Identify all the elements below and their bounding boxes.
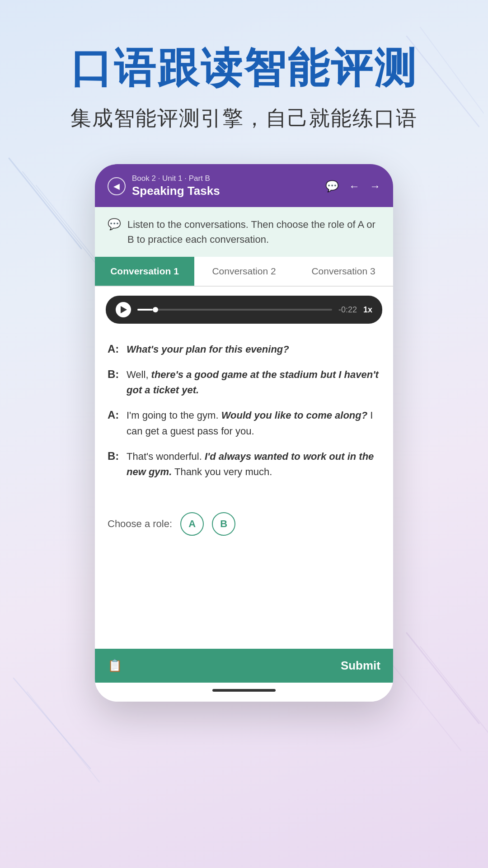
- tab-conversation-2[interactable]: Conversation 2: [194, 257, 294, 286]
- play-button[interactable]: [116, 302, 131, 317]
- speaker-a2: A:: [108, 409, 120, 421]
- dialogue-text-b2: That's wonderful. I'd always wanted to w…: [127, 449, 380, 480]
- role-selection: Choose a role: A B: [95, 503, 393, 549]
- header-right: 💬 ← →: [325, 180, 380, 193]
- role-button-b[interactable]: B: [212, 512, 235, 536]
- main-title: 口语跟读智能评测: [70, 45, 418, 91]
- time-display: -0:22: [338, 305, 357, 315]
- role-button-a[interactable]: A: [180, 512, 204, 536]
- app-header: ◀ Book 2 · Unit 1 · Part B Speaking Task…: [95, 164, 393, 207]
- dialogue-text-b1: Well, there's a good game at the stadium…: [127, 367, 380, 398]
- dialogue-line-a2: A: I'm going to the gym. Would you like …: [108, 408, 380, 439]
- tabs-container: Conversation 1 Conversation 2 Conversati…: [95, 257, 393, 287]
- dialogue-line-a1: A: What's your plan for this evening?: [108, 342, 380, 357]
- conversation-content: A: What's your plan for this evening? B:…: [95, 333, 393, 503]
- sub-title: 集成智能评测引擎，自己就能练口语: [70, 104, 418, 132]
- progress-filled: [137, 309, 153, 311]
- svg-line-9: [27, 692, 99, 782]
- speaker-a1: A:: [108, 343, 120, 355]
- phone-body-space: [95, 549, 393, 649]
- role-selection-label: Choose a role:: [108, 518, 172, 530]
- header-title: Speaking Tasks: [132, 184, 220, 198]
- progress-dot: [153, 307, 158, 312]
- back-button[interactable]: ◀: [108, 177, 126, 195]
- dialogue-line-b2: B: That's wonderful. I'd always wanted t…: [108, 449, 380, 480]
- prev-icon[interactable]: ←: [349, 180, 360, 193]
- speed-button[interactable]: 1x: [363, 305, 372, 315]
- progress-bar[interactable]: [137, 309, 332, 311]
- tab-conversation-3[interactable]: Conversation 3: [294, 257, 393, 286]
- speech-bubble-icon: 💬: [108, 218, 121, 231]
- header-text-block: Book 2 · Unit 1 · Part B Speaking Tasks: [132, 174, 220, 198]
- speaker-b1: B:: [108, 368, 120, 381]
- back-icon: ◀: [113, 181, 120, 191]
- dialogue-line-b1: B: Well, there's a good game at the stad…: [108, 367, 380, 398]
- audio-player: -0:22 1x: [106, 296, 382, 324]
- dialogue-text-a1: What's your plan for this evening?: [127, 342, 289, 357]
- chat-icon[interactable]: 💬: [325, 180, 339, 193]
- play-icon: [121, 306, 127, 313]
- submit-button[interactable]: Submit: [341, 659, 380, 673]
- home-bar: [212, 689, 276, 692]
- book-info: Book 2 · Unit 1 · Part B: [132, 174, 220, 183]
- content-wrapper: 口语跟读智能评测 集成智能评测引擎，自己就能练口语 ◀ Book 2 · Uni…: [0, 0, 488, 702]
- next-icon[interactable]: →: [370, 180, 380, 193]
- phone-mockup: ◀ Book 2 · Unit 1 · Part B Speaking Task…: [95, 164, 393, 702]
- submit-bar: 📋 Submit: [95, 649, 393, 683]
- save-icon: 📋: [108, 659, 122, 673]
- home-indicator: [95, 683, 393, 702]
- dialogue-text-a2: I'm going to the gym. Would you like to …: [127, 408, 380, 439]
- header-left: ◀ Book 2 · Unit 1 · Part B Speaking Task…: [108, 174, 220, 198]
- instruction-text: Listen to the conversations. Then choose…: [127, 217, 380, 247]
- tab-conversation-1[interactable]: Conversation 1: [95, 257, 194, 286]
- speaker-b2: B:: [108, 450, 120, 462]
- instruction-bar: 💬 Listen to the conversations. Then choo…: [95, 207, 393, 257]
